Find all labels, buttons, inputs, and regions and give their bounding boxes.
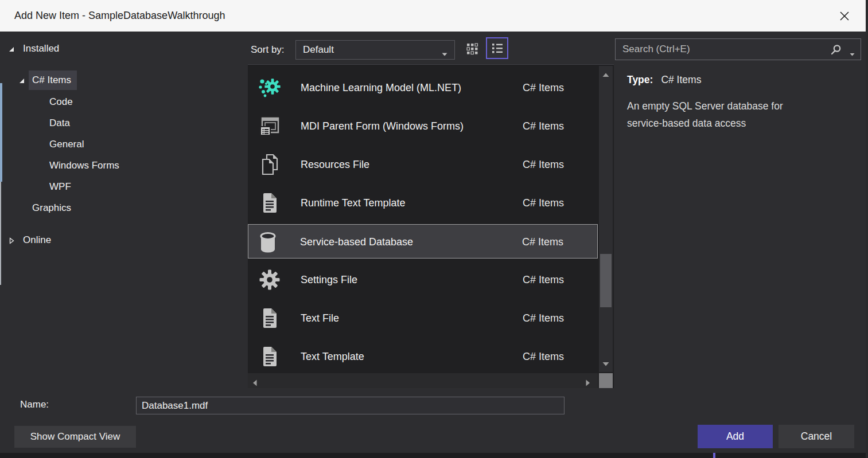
template-item-settings-file[interactable]: Settings FileC# Items bbox=[249, 263, 598, 297]
template-category: C# Items bbox=[523, 71, 564, 105]
chevron-down-icon bbox=[442, 48, 447, 58]
template-name: Runtime Text Template bbox=[301, 186, 405, 220]
dialog-title: Add New Item - SampleDatabaseWalkthrough bbox=[14, 0, 225, 32]
template-description: An empty SQL Server database for service… bbox=[627, 97, 819, 132]
template-category: C# Items bbox=[523, 263, 564, 297]
show-compact-view-button[interactable]: Show Compact View bbox=[14, 426, 136, 448]
search-input[interactable] bbox=[616, 39, 861, 60]
list-horizontal-scrollbar[interactable] bbox=[248, 373, 598, 388]
name-label: Name: bbox=[20, 399, 49, 410]
template-list-panel: Machine Learning Model (ML.NET)C# Items … bbox=[248, 64, 614, 388]
sidebar-item-label: C# Items bbox=[29, 71, 77, 90]
vertical-scrollbar-thumb[interactable] bbox=[600, 254, 612, 307]
scroll-right-arrow-icon[interactable] bbox=[586, 378, 590, 389]
title-bar: Add New Item - SampleDatabaseWalkthrough bbox=[0, 0, 866, 32]
sidebar-item-label: Code bbox=[46, 92, 79, 112]
type-value: C# Items bbox=[661, 74, 701, 85]
template-name: Resources File bbox=[301, 147, 369, 182]
add-new-item-dialog: Add New Item - SampleDatabaseWalkthrough… bbox=[0, 0, 868, 458]
list-view-button[interactable] bbox=[486, 37, 508, 59]
template-type-row: Type:C# Items bbox=[627, 74, 701, 86]
close-button[interactable] bbox=[836, 7, 853, 25]
background-window-bottom-edge bbox=[0, 453, 868, 458]
background-window-left-edge-light bbox=[0, 182, 1, 285]
sidebar-item-label: WPF bbox=[46, 177, 77, 197]
sidebar-item-windows-forms[interactable]: Windows Forms bbox=[0, 156, 247, 175]
search-icon[interactable] bbox=[830, 44, 842, 58]
scroll-left-arrow-icon[interactable] bbox=[252, 378, 257, 389]
sidebar-item-code[interactable]: Code bbox=[0, 92, 247, 112]
collapsed-triangle-icon[interactable] bbox=[8, 236, 16, 244]
template-category: C# Items bbox=[523, 301, 564, 335]
close-icon bbox=[838, 10, 851, 22]
template-name: Text Template bbox=[301, 339, 364, 374]
text-doc-icon bbox=[257, 190, 282, 216]
template-item-resources-file[interactable]: Resources FileC# Items bbox=[249, 147, 598, 182]
sort-by-label: Sort by: bbox=[251, 41, 285, 58]
expanded-triangle-icon[interactable] bbox=[18, 76, 26, 84]
ml-model-icon bbox=[257, 75, 282, 100]
template-name: Machine Learning Model (ML.NET) bbox=[301, 71, 461, 105]
sidebar-item-data[interactable]: Data bbox=[0, 113, 247, 133]
background-window-cursor-mark bbox=[713, 453, 715, 458]
template-item-service-based-database[interactable]: Service-based DatabaseC# Items bbox=[248, 224, 598, 259]
sort-by-value: Default bbox=[303, 41, 334, 59]
cancel-button[interactable]: Cancel bbox=[779, 425, 854, 448]
database-icon bbox=[255, 229, 281, 254]
sort-by-dropdown[interactable]: Default bbox=[295, 40, 455, 60]
sidebar-item-general[interactable]: General bbox=[0, 135, 247, 154]
expanded-triangle-icon[interactable] bbox=[8, 45, 16, 53]
scroll-up-arrow-icon[interactable] bbox=[602, 69, 609, 80]
sidebar-item-installed[interactable]: Installed bbox=[0, 39, 247, 58]
template-item-text-template[interactable]: Text TemplateC# Items bbox=[249, 339, 598, 374]
search-options-caret-icon[interactable] bbox=[850, 48, 855, 58]
template-category: C# Items bbox=[522, 225, 563, 259]
name-input[interactable] bbox=[136, 397, 565, 414]
template-name: Text File bbox=[301, 301, 339, 335]
sidebar-item-label: Online bbox=[20, 230, 57, 250]
search-box[interactable] bbox=[615, 38, 861, 60]
sidebar-item-label: Windows Forms bbox=[46, 156, 125, 175]
text-doc-icon bbox=[257, 306, 282, 331]
template-item-runtime-text-template[interactable]: Runtime Text TemplateC# Items bbox=[249, 186, 598, 220]
sidebar-item-c-items[interactable]: C# Items bbox=[0, 71, 247, 90]
resources-file-icon bbox=[257, 152, 282, 177]
template-item-text-file[interactable]: Text FileC# Items bbox=[249, 301, 598, 335]
type-label: Type: bbox=[627, 74, 653, 85]
sidebar-item-online[interactable]: Online bbox=[0, 230, 247, 250]
small-icons-view-button[interactable] bbox=[462, 39, 482, 58]
sidebar-item-label: General bbox=[46, 135, 89, 154]
sidebar-item-wpf[interactable]: WPF bbox=[0, 177, 247, 197]
template-name: Service-based Database bbox=[300, 225, 413, 259]
template-category: C# Items bbox=[523, 109, 564, 143]
template-category: C# Items bbox=[523, 339, 564, 374]
scrollbar-corner bbox=[599, 373, 613, 388]
gear-icon bbox=[257, 267, 282, 292]
template-category: C# Items bbox=[523, 147, 564, 182]
list-view-icon bbox=[491, 41, 504, 55]
background-window-right-edge bbox=[866, 0, 868, 458]
sidebar-item-label: Data bbox=[46, 113, 76, 133]
scroll-down-arrow-icon[interactable] bbox=[602, 358, 609, 369]
sidebar-item-label: Graphics bbox=[29, 198, 77, 218]
template-category: C# Items bbox=[523, 186, 564, 220]
text-doc-icon bbox=[257, 344, 282, 369]
template-item-machine-learning-model-ml-net[interactable]: Machine Learning Model (ML.NET)C# Items bbox=[249, 71, 598, 105]
sidebar-item-graphics[interactable]: Graphics bbox=[0, 198, 247, 218]
list-vertical-scrollbar[interactable] bbox=[599, 66, 613, 372]
background-window-left-edge bbox=[0, 83, 2, 182]
mdi-form-icon bbox=[257, 113, 282, 139]
template-item-mdi-parent-form-windows-forms[interactable]: MDI Parent Form (Windows Forms)C# Items bbox=[249, 109, 598, 143]
small-icons-view-icon bbox=[465, 42, 479, 56]
sidebar-item-label: Installed bbox=[20, 39, 65, 58]
add-button[interactable]: Add bbox=[698, 425, 773, 448]
template-name: Settings File bbox=[301, 263, 357, 297]
template-name: MDI Parent Form (Windows Forms) bbox=[301, 109, 464, 143]
